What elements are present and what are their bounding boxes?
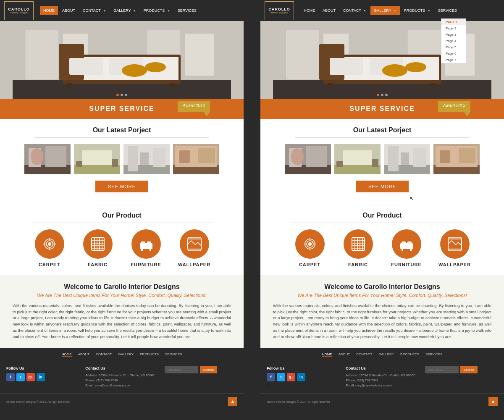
divider-1-right [295,137,470,138]
footer-follow-col-left: Follow Us f t g+ in [6,366,79,388]
gallery-thumb-2-right[interactable] [334,144,381,174]
linkedin-icon-right[interactable]: in [297,373,305,381]
dot-1[interactable] [116,94,119,96]
fabric-label-right: FABRIC [348,262,368,267]
footer-nav-about-left[interactable]: ABOUT [78,352,90,357]
gallery-page-2[interactable]: Page 2 [441,25,466,32]
dot-2-right[interactable] [381,94,383,96]
googleplus-icon-left[interactable]: g+ [26,373,35,381]
nav-contact-right[interactable]: CONTACT ▼ [340,6,370,15]
footer-nav-products-right[interactable]: PRODUCTS [400,352,419,357]
footer-nav-home-right[interactable]: HOME ↑ [322,352,332,357]
hero-dots-right [377,94,388,96]
dot-3-right[interactable] [385,94,388,96]
gallery-thumb-4-left[interactable] [173,144,219,174]
product-fabric-left[interactable]: FABRIC [75,229,121,267]
footer-search-btn-right[interactable]: Search [460,366,478,373]
nav-services-right[interactable]: SERVICES [435,6,460,15]
gallery-page-5[interactable]: Page 5 [441,44,466,50]
carpet-label-left: CARPET [39,262,60,267]
svg-point-11 [122,64,147,77]
nav-services-left[interactable]: SERVICES [174,6,200,15]
gallery-page-1[interactable]: PAGE 1 [441,19,466,25]
product-carpet-right[interactable]: CARPET [287,229,333,267]
nav-products-right[interactable]: PRODUCTS ▼ [401,6,434,15]
product-fabric-right[interactable]: FABRIC [335,229,381,267]
twitter-icon-left[interactable]: t [16,373,25,381]
footer-nav-contact-right[interactable]: CONTACT [356,352,372,357]
gallery-page-3[interactable]: Page 3 [441,32,466,38]
footer-nav-right: HOME ↑ ABOUT CONTACT GALLERY PRODUCTS SE… [260,348,504,361]
nav-contact-left[interactable]: CONTACT ▼ [79,6,109,15]
latest-project-right: Our Latest Porject [260,119,504,204]
footer-nav-services-left[interactable]: SERVICES [165,352,182,357]
see-more-btn-right[interactable]: SEE MORE [356,181,409,192]
gallery-thumb-3-right[interactable] [384,144,430,174]
furniture-icon-circle-left [131,229,161,259]
gallery-thumb-1-right[interactable] [285,144,331,174]
gallery-page-6[interactable]: Page 6 [441,50,466,57]
product-carpet-left[interactable]: CARPET [26,229,73,267]
footer-nav-products-left[interactable]: PRODUCTS [140,352,159,357]
nav-about-right[interactable]: ABOUT [319,6,339,15]
footer-search-input-left[interactable] [165,366,198,373]
svg-rect-27 [128,146,138,171]
footer-search-btn-left[interactable]: Search [200,366,217,373]
logo-right[interactable]: CAROLLO Interior Designs [265,1,294,20]
facebook-icon-right[interactable]: f [267,373,275,381]
footer-search-right: Search [425,366,498,373]
svg-rect-55 [150,248,151,251]
nav-home-left[interactable]: HOME [40,6,58,15]
footer-search-input-right[interactable] [425,366,459,373]
scroll-top-right[interactable]: ▲ [488,397,498,406]
product-wallpaper-left[interactable]: WALLPAPER [171,229,218,267]
footer-nav-gallery-left[interactable]: GALLERY [118,352,134,357]
gallery-thumb-2-left[interactable] [74,144,120,174]
googleplus-icon-right[interactable]: g+ [287,373,295,381]
footer-nav-about-right[interactable]: ABOUT [339,352,350,357]
footer-nav-contact-left[interactable]: CONTACT [96,352,112,357]
award-text-right: SUPER SERVICE [349,105,415,113]
svg-rect-75 [306,146,327,167]
nav-home-right[interactable]: HOME [300,6,318,15]
gallery-thumb-1-left[interactable] [24,144,71,174]
footer-nav-left: HOME ABOUT CONTACT GALLERY PRODUCTS SERV… [0,348,244,361]
svg-rect-66 [330,58,363,75]
nav-products-left[interactable]: PRODUCTS ▼ [140,6,173,15]
svg-rect-13 [67,83,72,87]
dot-3[interactable] [125,94,127,96]
twitter-icon-right[interactable]: t [277,373,285,381]
award-ribbon-right: Award 2013 [438,101,470,116]
scroll-top-left[interactable]: ▲ [228,397,237,406]
nav-gallery-left[interactable]: GALLERY ▼ [110,6,139,15]
dot-2[interactable] [121,94,123,96]
footer-nav-home-left[interactable]: HOME [62,352,72,357]
see-more-btn-left[interactable]: SEE MORE [95,181,148,192]
product-furniture-left[interactable]: FURNITURE [123,229,169,267]
carpet-label-right: CARPET [299,262,320,267]
footer-contact-col-right: Contact Us Address: 15594 S Navaho Ct. ·… [346,366,418,388]
svg-point-12 [145,62,166,72]
svg-rect-28 [140,152,149,165]
dot-1-right[interactable] [377,94,379,96]
logo[interactable]: CAROLLO Interior Designs [4,1,34,20]
svg-rect-2 [25,29,59,80]
footer-nav-gallery-right[interactable]: GALLERY [378,352,394,357]
product-furniture-right[interactable]: FURNITURE [383,229,430,267]
gallery-page-7[interactable]: Page 7 [441,57,466,63]
svg-point-68 [382,64,407,77]
product-wallpaper-right[interactable]: WALLPAPER [432,229,478,267]
footer-bottom-right: carollo interior designs © 2014, All rig… [260,393,504,410]
nav-about-left[interactable]: ABOUT [59,6,79,15]
award-banner-left: SUPER SERVICE Award 2013 [0,99,244,119]
hero-left [0,21,244,99]
linkedin-icon-left[interactable]: in [37,373,45,381]
footer-nav-services-right[interactable]: SERVICES [425,352,442,357]
facebook-icon-left[interactable]: f [6,373,15,381]
fabric-label-left: FABRIC [88,262,108,267]
fabric-icon-circle-right [344,229,373,259]
gallery-thumb-3-left[interactable] [123,144,170,174]
nav-gallery-right[interactable]: GALLERY ▼ [370,6,400,15]
gallery-page-4[interactable]: Page 4 [441,38,466,44]
gallery-thumb-4-right[interactable] [433,144,480,174]
